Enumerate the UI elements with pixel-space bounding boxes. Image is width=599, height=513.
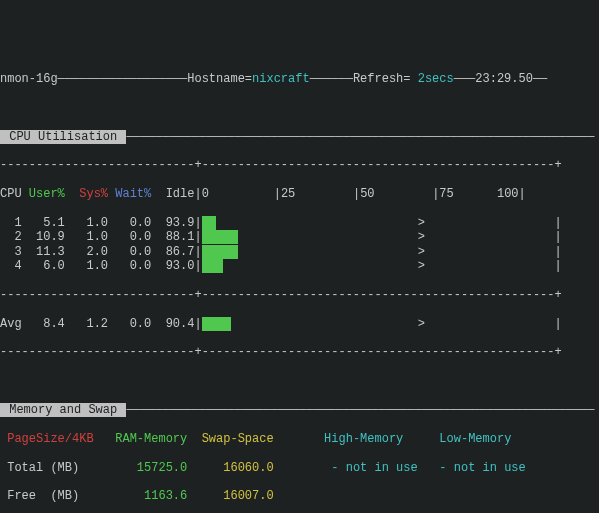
refresh-label: Refresh= — [353, 72, 411, 86]
clock: 23:29.50 — [475, 72, 533, 86]
cpu-bar: UUUUU — [202, 230, 238, 244]
cpu-bar: UUU — [202, 259, 224, 273]
cpu-bar: UUUUU — [202, 245, 238, 259]
cpu-header-row: CPU User% Sys% Wait% Idle|0 |25 |50 |75 … — [0, 187, 599, 201]
cpu-row: 2 10.9 1.0 0.0 88.1|UUUUU > | — [0, 230, 599, 244]
cpu-section-title: CPU Utilisation — [0, 130, 126, 144]
hostname-label: Hostname= — [187, 72, 252, 86]
mem-free: Free (MB) 1163.6 16007.0 — [0, 489, 599, 503]
mem-total: Total (MB) 15725.0 16060.0 - not in use … — [0, 461, 599, 475]
refresh-value: 2secs — [410, 72, 453, 86]
header-line: nmon-16g──────────────────Hostname=nixcr… — [0, 72, 599, 86]
mem-header: PageSize/4KB RAM-Memory Swap-Space High-… — [0, 432, 599, 446]
hostname: nixcraft — [252, 72, 310, 86]
prog-name: nmon-16g — [0, 72, 58, 86]
cpu-row: 4 6.0 1.0 0.0 93.0|UUU > | — [0, 259, 599, 273]
cpu-bar: UU — [202, 216, 216, 230]
cpu-avg-row: Avg 8.4 1.2 0.0 90.4|UUUU > | — [0, 317, 599, 331]
mem-section-title: Memory and Swap — [0, 403, 126, 417]
cpu-row: 3 11.3 2.0 0.0 86.7|UUUUU > | — [0, 245, 599, 259]
cpu-row: 1 5.1 1.0 0.0 93.9|UU > | — [0, 216, 599, 230]
